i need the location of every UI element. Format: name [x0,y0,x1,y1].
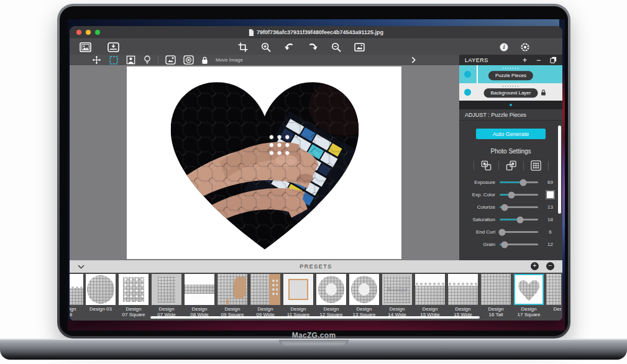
add-layer-button[interactable]: + [523,57,527,63]
preset-item[interactable]: Design16 Tall [480,274,511,317]
slider-value: 6 [538,229,562,235]
panel-scrollbar[interactable] [558,125,561,214]
preset-thumbnail[interactable] [70,274,83,305]
svg-text:i: i [503,44,505,50]
remove-layer-button[interactable]: − [536,57,541,63]
adjust-header: ADJUST : Puzzle Pieces [459,109,562,121]
preview-icon[interactable] [354,43,365,52]
slider-row: End Curl6 [459,228,562,236]
preset-thumbnail[interactable] [119,274,149,305]
preset-item[interactable]: Design 03 [85,274,116,317]
overlap-back-icon[interactable] [480,160,492,171]
layer-drag-handle[interactable] [503,86,519,87]
canvas-heart-image[interactable] [161,70,368,255]
slider-track[interactable] [500,231,538,233]
slider-thumb[interactable] [501,241,508,248]
lock-icon[interactable] [201,56,208,65]
preset-thumbnail[interactable] [185,274,214,305]
preset-item[interactable]: Design15 White [414,274,446,317]
preset-item[interactable]: Design11 Square [283,274,314,317]
info-icon[interactable]: i [500,43,508,52]
preset-item[interactable]: Design09 Wide [250,274,281,317]
preset-thumbnail[interactable]: Beautiful [382,274,412,305]
zoom-out-icon[interactable] [331,42,341,52]
duplicate-layer-icon[interactable] [550,57,557,63]
preset-item[interactable]: Design17 Square [513,274,544,317]
slider-thumb[interactable] [520,179,527,186]
panel-resize-dot[interactable] [510,104,512,106]
layer-visibility-dot[interactable] [464,71,471,78]
canvas-document[interactable] [127,66,401,259]
preset-thumbnail[interactable] [448,274,478,305]
chevron-right-icon[interactable] [411,57,416,63]
layer-name-pill[interactable]: Background Layer [484,88,538,98]
layer-visibility-dot[interactable] [464,89,471,96]
layer-name-pill[interactable]: Puzzle Pieces [488,71,533,80]
lock-icon[interactable] [541,89,546,96]
slider-track[interactable] [500,243,538,245]
slider-thumb[interactable] [501,204,508,211]
marquee-icon[interactable] [109,56,118,65]
overlap-front-icon[interactable] [505,160,517,171]
grid-icon[interactable] [530,160,542,171]
preset-thumbnail[interactable] [152,274,181,305]
preset-item[interactable]: Design12 Square [316,274,347,317]
preset-item[interactable]: BeautifulDesign14 Wide [382,274,413,317]
import-icon[interactable] [108,42,119,52]
preset-item[interactable]: Design09 Square [217,274,248,317]
preset-item[interactable]: Design15 Wide [447,274,478,317]
toolbar-left-group [80,39,119,55]
slider-thumb[interactable] [498,229,505,235]
canvas-area[interactable] [70,65,459,260]
slider-track[interactable] [500,194,538,196]
slider-track[interactable] [500,181,538,183]
discard-icon[interactable] [183,55,194,65]
redo-icon[interactable] [308,42,318,52]
color-swatch[interactable] [546,190,555,199]
auto-generate-button[interactable]: Auto Generate [476,129,546,139]
preset-thumbnail[interactable] [415,274,445,305]
preset-item[interactable]: Design13 Square [349,274,380,317]
layer-row[interactable]: Background Layer [459,83,562,101]
preset-thumbnail[interactable] [316,274,346,305]
image-badge-icon[interactable] [165,55,176,65]
preset-item[interactable]: Design07 Wide [151,274,182,317]
preset-item[interactable]: DesignTall [70,274,83,317]
preset-item[interactable]: Design07 Square [118,274,149,317]
photo-icon[interactable] [80,42,91,52]
presets-scrollbar[interactable] [150,316,480,319]
crop-icon[interactable] [238,42,248,52]
settings-icon[interactable] [521,43,529,52]
preset-thumbnail[interactable] [250,274,280,305]
preset-thumbnail[interactable] [546,274,561,305]
preset-thumbnail[interactable] [514,274,544,305]
layer-row[interactable]: Puzzle Pieces [459,65,562,83]
slider-thumb[interactable] [517,216,524,223]
slider-label: Colorize [459,204,495,210]
undo-icon[interactable] [284,42,295,52]
presets-zoom-in-button[interactable]: + [531,262,539,270]
presets-zoom-out-button[interactable]: − [546,262,554,270]
zoom-in-icon[interactable] [261,42,271,52]
preset-thumbnail[interactable] [217,274,247,305]
app-window: 79f0f736afc37931f39f480feec4b74543a91125… [70,26,562,321]
bulb-icon[interactable] [144,55,151,65]
main-toolbar: i [70,39,562,55]
slider-track[interactable] [500,219,538,221]
preset-item[interactable]: Design [546,274,561,317]
slider-thumb[interactable] [508,191,515,198]
layer-drag-handle[interactable] [503,68,519,69]
preset-label: Design16 Tall [481,307,511,317]
title-bar: 79f0f736afc37931f39f480feec4b74543a91125… [70,26,562,39]
preset-thumbnail[interactable] [349,274,379,305]
icon-divider [474,161,474,170]
preset-item[interactable]: Design08 Wide [184,274,215,317]
layer-selection-line [477,65,478,83]
layers-header-actions: + − [523,57,557,63]
slider-track[interactable] [500,206,538,208]
portrait-icon[interactable] [126,55,135,65]
preset-thumbnail[interactable] [481,274,511,305]
preset-thumbnail[interactable] [283,274,313,305]
move-icon[interactable] [92,55,101,65]
preset-thumbnail[interactable] [86,274,116,305]
